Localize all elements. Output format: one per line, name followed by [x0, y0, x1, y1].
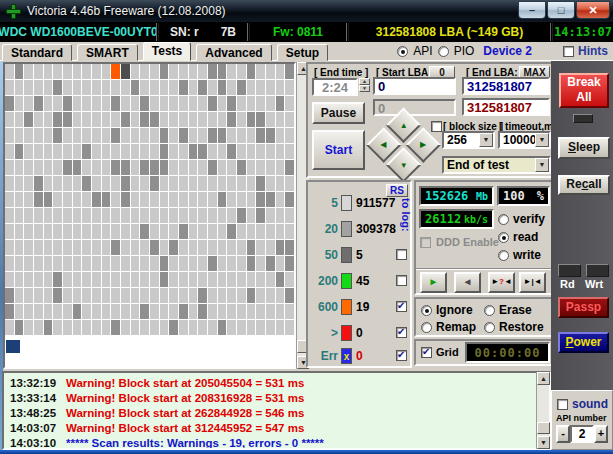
- pause-button[interactable]: Pause: [312, 102, 365, 124]
- block-cell: [169, 144, 178, 159]
- timing-stats-group: RS to log: 5911577203093785052004560019>…: [306, 180, 412, 368]
- stat-label: 50: [312, 248, 338, 262]
- tab-tests[interactable]: Tests: [143, 42, 191, 61]
- action-restore[interactable]: Restore: [484, 320, 544, 334]
- block-cell: [256, 144, 265, 159]
- block-cell: [218, 240, 227, 255]
- action-erase[interactable]: Erase: [484, 303, 532, 317]
- close-button[interactable]: ✕: [576, 1, 610, 19]
- block-cell: [237, 160, 246, 175]
- block-cell: [63, 256, 72, 271]
- to-log-checkbox-50[interactable]: [396, 249, 407, 260]
- block-size-combo[interactable]: 256 ▼: [442, 131, 495, 149]
- block-cell: [24, 160, 33, 175]
- block-cell: [256, 176, 265, 191]
- block-cell: [160, 224, 169, 239]
- block-cell: [227, 304, 236, 319]
- mode-write[interactable]: write: [498, 248, 541, 262]
- end-time-spin-up[interactable]: ▲: [359, 78, 370, 85]
- rewind-button[interactable]: ◄: [454, 272, 481, 293]
- block-cell: [247, 192, 256, 207]
- start-lba-input[interactable]: [373, 77, 456, 95]
- read-radio[interactable]: [498, 232, 509, 243]
- maximize-button[interactable]: □: [547, 1, 575, 19]
- block-cell: [121, 320, 130, 335]
- api-radio[interactable]: [397, 46, 408, 57]
- write-radio[interactable]: [498, 250, 509, 261]
- block-cell: [247, 112, 256, 127]
- block-cell: [140, 320, 149, 335]
- dpad-checkbox[interactable]: [431, 121, 442, 132]
- grid-checkbox[interactable]: [421, 347, 432, 358]
- block-cell: [131, 80, 140, 95]
- block-cell: [276, 288, 285, 303]
- device-selector[interactable]: Device 2: [483, 44, 532, 58]
- block-cell: [140, 288, 149, 303]
- sleep-button[interactable]: Sleep: [558, 137, 610, 159]
- bottom-right-panel: sound API number - 2 +: [551, 390, 613, 450]
- block-cell: [53, 160, 62, 175]
- verify-radio[interactable]: [498, 214, 509, 225]
- pio-radio[interactable]: [438, 46, 449, 57]
- block-cell: [227, 320, 236, 335]
- power-button[interactable]: Power: [558, 332, 609, 353]
- log-scroll-down-icon[interactable]: ▼: [537, 436, 550, 449]
- action-ignore[interactable]: Ignore: [421, 303, 473, 317]
- mode-read[interactable]: read: [498, 230, 538, 244]
- start-button[interactable]: Start: [312, 130, 365, 170]
- mode-verify[interactable]: verify: [498, 212, 545, 226]
- to-log-checkbox-600[interactable]: [396, 301, 407, 312]
- end-of-test-combo[interactable]: End of test ▼: [442, 156, 551, 174]
- stat-label: >: [312, 326, 338, 340]
- block-cell: [150, 320, 159, 335]
- tab-smart[interactable]: SMART: [77, 44, 138, 61]
- seek-question-button[interactable]: ►?◄: [488, 272, 515, 293]
- timeout-combo[interactable]: 10000 ▼: [498, 131, 551, 149]
- tab-standard[interactable]: Standard: [2, 44, 72, 61]
- log-scroll-thumb[interactable]: [537, 422, 550, 434]
- end-time-spin-down[interactable]: ▼: [359, 85, 370, 92]
- block-cell: [102, 144, 111, 159]
- play-button[interactable]: ►: [420, 272, 447, 293]
- to-log-checkbox-Err[interactable]: [396, 350, 407, 361]
- chevron-down-icon[interactable]: ▼: [535, 158, 549, 172]
- ignore-radio[interactable]: [421, 305, 432, 316]
- to-log-checkbox->[interactable]: [396, 327, 407, 338]
- seek-end-button[interactable]: ►|◄: [519, 272, 546, 293]
- block-cell: [198, 240, 207, 255]
- test-controls-group: [ End time ] 2:24 ▲ ▼ [ Start LBA: ] 0 0…: [306, 62, 553, 178]
- block-cell: [237, 240, 246, 255]
- block-cell: [169, 272, 178, 287]
- hints-checkbox[interactable]: [563, 46, 574, 57]
- recall-button[interactable]: Recall: [558, 175, 610, 195]
- tab-advanced[interactable]: Advanced: [196, 44, 271, 61]
- chevron-down-icon[interactable]: ▼: [535, 133, 549, 147]
- log-entry: 13:32:19Warning! Block start at 20504550…: [4, 375, 549, 390]
- block-cell: [73, 96, 82, 111]
- to-log-checkbox-200[interactable]: [396, 275, 407, 286]
- block-cell: [198, 224, 207, 239]
- break-all-button[interactable]: Break All: [559, 73, 609, 108]
- erase-radio[interactable]: [484, 305, 495, 316]
- restore-radio[interactable]: [484, 322, 495, 333]
- block-cell: [111, 256, 120, 271]
- log-scroll-up-icon[interactable]: ▲: [537, 372, 550, 385]
- minimize-button[interactable]: –: [518, 1, 546, 19]
- chevron-down-icon[interactable]: ▼: [479, 133, 493, 147]
- api-plus-button[interactable]: +: [594, 425, 608, 443]
- passp-button[interactable]: Passp: [558, 297, 609, 318]
- block-cell: [140, 144, 149, 159]
- action-remap[interactable]: Remap: [421, 320, 476, 334]
- api-minus-button[interactable]: -: [556, 425, 570, 443]
- block-cell: [247, 144, 256, 159]
- log-scrollbar[interactable]: ▲ ▼: [536, 372, 549, 449]
- remap-radio[interactable]: [421, 322, 432, 333]
- sound-checkbox[interactable]: [557, 399, 568, 410]
- tab-setup[interactable]: Setup: [277, 44, 328, 61]
- block-cell: [102, 240, 111, 255]
- block-cell: [285, 96, 294, 111]
- end-lba-input[interactable]: [462, 77, 550, 95]
- block-cell: [24, 272, 33, 287]
- block-cell: [285, 256, 294, 271]
- log-message: Warning! Block start at 262844928 = 546 …: [66, 407, 304, 419]
